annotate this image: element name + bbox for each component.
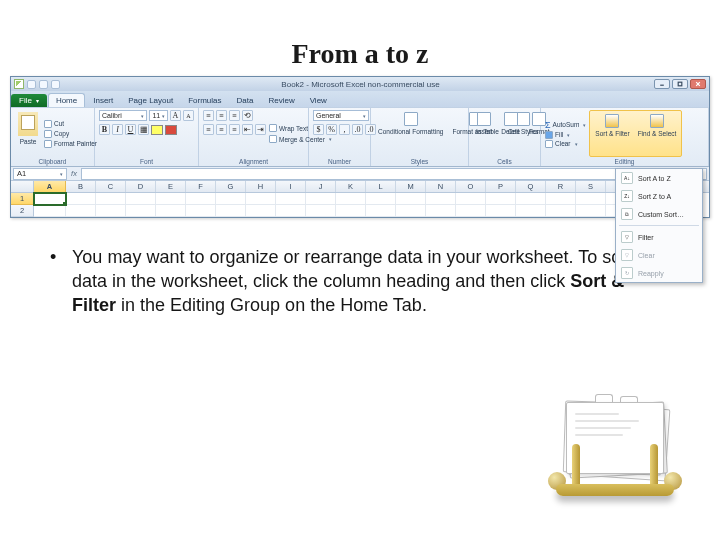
fill-button[interactable]: Fill▾ [545, 131, 586, 139]
sort-filter-button[interactable]: Sort & Filter [592, 112, 632, 155]
column-header[interactable]: S [576, 181, 606, 192]
cell[interactable] [486, 193, 516, 205]
find-select-button[interactable]: Find & Select [635, 112, 680, 155]
cell[interactable] [186, 205, 216, 217]
fill-color-button[interactable] [151, 125, 163, 135]
comma-button[interactable]: , [339, 124, 350, 135]
cell[interactable] [276, 193, 306, 205]
cut-button[interactable]: Cut [44, 120, 97, 128]
column-header[interactable]: D [126, 181, 156, 192]
cell[interactable] [96, 193, 126, 205]
column-header[interactable]: Q [516, 181, 546, 192]
cell[interactable] [396, 205, 426, 217]
cell[interactable] [306, 205, 336, 217]
column-header[interactable]: O [456, 181, 486, 192]
cell[interactable] [336, 205, 366, 217]
column-header[interactable]: C [96, 181, 126, 192]
column-header[interactable]: L [366, 181, 396, 192]
grow-font-button[interactable]: A [170, 110, 181, 121]
cell[interactable] [576, 193, 606, 205]
cell[interactable] [126, 205, 156, 217]
cell[interactable] [66, 205, 96, 217]
bold-button[interactable]: B [99, 124, 110, 135]
column-header[interactable]: F [186, 181, 216, 192]
font-name-combo[interactable]: Calibri▾ [99, 110, 147, 121]
font-color-button[interactable] [165, 125, 177, 135]
window-minimize-button[interactable] [654, 79, 670, 89]
cell[interactable] [276, 205, 306, 217]
cell[interactable] [216, 193, 246, 205]
tab-page-layout[interactable]: Page Layout [121, 94, 180, 107]
accounting-button[interactable]: $ [313, 124, 324, 135]
tab-formulas[interactable]: Formulas [181, 94, 228, 107]
qat-redo-icon[interactable] [51, 80, 60, 89]
column-header[interactable]: A [34, 181, 66, 192]
cell[interactable] [576, 205, 606, 217]
delete-cells-button[interactable]: Delete [498, 110, 523, 157]
select-all-corner[interactable] [11, 181, 34, 192]
menu-filter[interactable]: ▽Filter [616, 228, 702, 246]
formula-input[interactable] [81, 168, 707, 180]
qat-undo-icon[interactable] [39, 80, 48, 89]
increase-indent-button[interactable]: ⇥ [255, 124, 266, 135]
menu-sort-az[interactable]: A↓Sort A to Z [616, 169, 702, 187]
cell[interactable] [216, 205, 246, 217]
menu-sort-za[interactable]: Z↓Sort Z to A [616, 187, 702, 205]
tab-insert[interactable]: Insert [86, 94, 120, 107]
cell[interactable] [306, 193, 336, 205]
cell[interactable] [366, 205, 396, 217]
font-size-combo[interactable]: 11▾ [149, 110, 168, 121]
tab-home[interactable]: Home [48, 93, 85, 107]
paste-button[interactable]: Paste [15, 110, 41, 157]
cell[interactable] [34, 205, 66, 217]
cell[interactable] [426, 205, 456, 217]
column-header[interactable]: P [486, 181, 516, 192]
insert-cells-button[interactable]: Insert [473, 110, 495, 157]
column-header[interactable]: K [336, 181, 366, 192]
cell[interactable] [34, 193, 66, 205]
cell[interactable] [186, 193, 216, 205]
menu-custom-sort[interactable]: ⧉Custom Sort… [616, 205, 702, 223]
italic-button[interactable]: I [112, 124, 123, 135]
column-header[interactable]: G [216, 181, 246, 192]
conditional-formatting-button[interactable]: Conditional Formatting [375, 110, 446, 157]
align-bottom-button[interactable]: ≡ [229, 110, 240, 121]
row-header[interactable]: 2 [11, 205, 34, 217]
cell[interactable] [156, 193, 186, 205]
cell[interactable] [156, 205, 186, 217]
align-middle-button[interactable]: ≡ [216, 110, 227, 121]
column-header[interactable]: M [396, 181, 426, 192]
cell[interactable] [66, 193, 96, 205]
underline-button[interactable]: U [125, 124, 136, 135]
cell[interactable] [486, 205, 516, 217]
fx-icon[interactable]: fx [67, 169, 81, 178]
cell[interactable] [246, 205, 276, 217]
decrease-indent-button[interactable]: ⇤ [242, 124, 253, 135]
column-header[interactable]: J [306, 181, 336, 192]
cell[interactable] [366, 193, 396, 205]
tab-review[interactable]: Review [261, 94, 301, 107]
cell[interactable] [516, 205, 546, 217]
column-header[interactable]: B [66, 181, 96, 192]
tab-data[interactable]: Data [230, 94, 261, 107]
cell[interactable] [546, 205, 576, 217]
cell[interactable] [456, 205, 486, 217]
copy-button[interactable]: Copy [44, 130, 97, 138]
increase-decimal-button[interactable]: .0 [352, 124, 363, 135]
window-restore-button[interactable] [672, 79, 688, 89]
column-header[interactable]: I [276, 181, 306, 192]
row-header[interactable]: 1 [11, 193, 34, 205]
align-top-button[interactable]: ≡ [203, 110, 214, 121]
cell[interactable] [516, 193, 546, 205]
clear-button[interactable]: Clear▾ [545, 140, 586, 148]
align-left-button[interactable]: ≡ [203, 124, 214, 135]
column-header[interactable]: E [156, 181, 186, 192]
window-close-button[interactable] [690, 79, 706, 89]
border-button[interactable]: ▦ [138, 124, 149, 135]
percent-button[interactable]: % [326, 124, 337, 135]
cell[interactable] [546, 193, 576, 205]
format-painter-button[interactable]: Format Painter [44, 140, 97, 148]
column-header[interactable]: H [246, 181, 276, 192]
file-tab[interactable]: File▾ [11, 94, 47, 107]
orientation-button[interactable]: ⟲ [242, 110, 253, 121]
